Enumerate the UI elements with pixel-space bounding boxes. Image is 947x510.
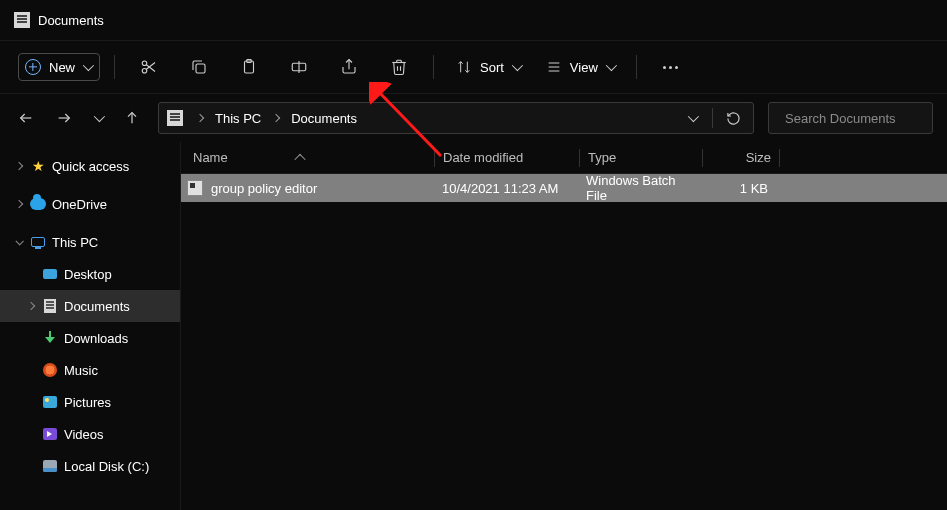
copy-icon [190, 58, 208, 76]
separator [636, 55, 637, 79]
search-input[interactable] [785, 111, 947, 126]
chevron-right-icon [272, 114, 280, 122]
download-icon [42, 330, 58, 346]
ellipsis-icon [663, 66, 678, 69]
separator [712, 108, 713, 128]
file-type: Windows Batch File [578, 173, 700, 203]
separator [433, 55, 434, 79]
view-label: View [570, 60, 598, 75]
sidebar-item-local-disk[interactable]: Local Disk (C:) [0, 450, 180, 482]
column-header-type[interactable]: Type [580, 150, 702, 165]
recent-locations-button[interactable] [90, 102, 106, 134]
column-header-label: Type [588, 150, 616, 165]
documents-icon [14, 12, 30, 28]
column-header-row: Name Date modified Type Size [181, 142, 947, 174]
sidebar-item-label: OneDrive [52, 197, 107, 212]
sidebar-item-desktop[interactable]: Desktop [0, 258, 180, 290]
clipboard-icon [240, 58, 258, 76]
sidebar-item-onedrive[interactable]: OneDrive [0, 188, 180, 220]
sidebar-item-downloads[interactable]: Downloads [0, 322, 180, 354]
cloud-icon [30, 196, 46, 212]
chevron-down-icon [83, 60, 94, 71]
documents-icon [167, 110, 183, 126]
trash-icon [390, 58, 408, 76]
sidebar-item-documents[interactable]: Documents [0, 290, 180, 322]
share-button[interactable] [329, 49, 369, 85]
address-history-button[interactable] [678, 114, 706, 122]
refresh-button[interactable] [719, 111, 747, 126]
batch-file-icon [187, 180, 203, 196]
rename-button[interactable] [279, 49, 319, 85]
view-icon [546, 59, 562, 75]
arrow-left-icon [18, 110, 34, 126]
sidebar: ★ Quick access OneDrive This PC Desktop … [0, 142, 180, 510]
chevron-down-icon [512, 60, 523, 71]
column-header-label: Name [193, 150, 228, 165]
copy-button[interactable] [179, 49, 219, 85]
file-pane: Name Date modified Type Size group polic… [180, 142, 947, 510]
titlebar: Documents [0, 0, 947, 40]
sidebar-item-label: Quick access [52, 159, 129, 174]
column-header-label: Size [746, 150, 771, 165]
new-button[interactable]: New [18, 53, 100, 81]
separator [114, 55, 115, 79]
star-icon: ★ [30, 158, 46, 174]
toolbar: New Sort View [0, 40, 947, 94]
view-button[interactable]: View [538, 49, 622, 85]
sidebar-item-pictures[interactable]: Pictures [0, 386, 180, 418]
refresh-icon [726, 111, 741, 126]
column-separator[interactable] [779, 149, 780, 167]
cut-button[interactable] [129, 49, 169, 85]
sidebar-item-label: Videos [64, 427, 104, 442]
column-header-date[interactable]: Date modified [435, 150, 579, 165]
sidebar-item-this-pc[interactable]: This PC [0, 226, 180, 258]
chevron-down-icon [688, 111, 699, 122]
column-header-size[interactable]: Size [703, 150, 779, 165]
svg-rect-4 [196, 64, 205, 73]
sidebar-item-quick-access[interactable]: ★ Quick access [0, 150, 180, 182]
rename-icon [290, 58, 308, 76]
search-box[interactable] [768, 102, 933, 134]
more-button[interactable] [651, 49, 691, 85]
file-size: 1 KB [700, 181, 776, 196]
arrow-right-icon [56, 110, 72, 126]
address-bar[interactable]: This PC Documents [158, 102, 754, 134]
forward-button[interactable] [52, 102, 76, 134]
desktop-icon [42, 266, 58, 282]
address-row: This PC Documents [0, 94, 947, 142]
column-header-label: Date modified [443, 150, 523, 165]
sidebar-item-music[interactable]: Music [0, 354, 180, 386]
file-row[interactable]: group policy editor 10/4/2021 11:23 AM W… [181, 174, 947, 202]
sidebar-item-label: Music [64, 363, 98, 378]
svg-point-0 [142, 61, 147, 66]
new-button-label: New [49, 60, 75, 75]
sidebar-item-label: This PC [52, 235, 98, 250]
svg-point-1 [142, 69, 147, 74]
window-title: Documents [38, 13, 104, 28]
breadcrumb-documents[interactable]: Documents [287, 111, 361, 126]
file-name: group policy editor [211, 181, 317, 196]
plus-circle-icon [25, 59, 41, 75]
chevron-down-icon [606, 60, 617, 71]
sidebar-item-label: Desktop [64, 267, 112, 282]
music-icon [42, 362, 58, 378]
sidebar-item-videos[interactable]: Videos [0, 418, 180, 450]
pc-icon [30, 234, 46, 250]
back-button[interactable] [14, 102, 38, 134]
sort-button[interactable]: Sort [448, 49, 528, 85]
content-area: ★ Quick access OneDrive This PC Desktop … [0, 142, 947, 510]
file-date: 10/4/2021 11:23 AM [434, 181, 578, 196]
sidebar-item-label: Local Disk (C:) [64, 459, 149, 474]
paste-button[interactable] [229, 49, 269, 85]
delete-button[interactable] [379, 49, 419, 85]
column-header-name[interactable]: Name [181, 150, 434, 165]
sidebar-item-label: Documents [64, 299, 130, 314]
sidebar-item-label: Downloads [64, 331, 128, 346]
up-button[interactable] [120, 102, 144, 134]
sort-icon [456, 59, 472, 75]
document-icon [42, 298, 58, 314]
picture-icon [42, 394, 58, 410]
breadcrumb-this-pc[interactable]: This PC [211, 111, 265, 126]
chevron-down-icon [94, 111, 105, 122]
sidebar-item-label: Pictures [64, 395, 111, 410]
